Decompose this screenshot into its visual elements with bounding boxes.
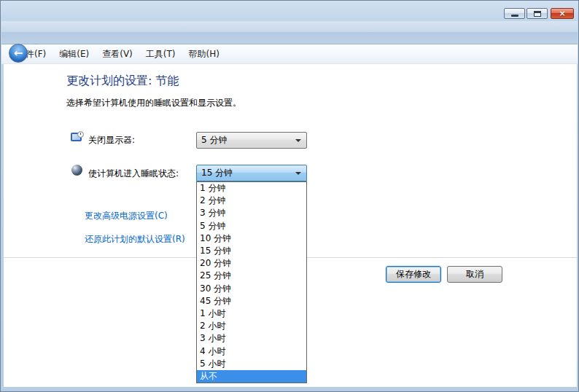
dropdown-option[interactable]: 2 分钟 [197,195,306,207]
display-timeout-value: 5 分钟 [201,134,227,146]
dropdown-option[interactable]: 1 分钟 [197,182,306,195]
dropdown-option[interactable]: 3 分钟 [197,207,306,219]
menu-help[interactable]: 帮助(H) [182,46,226,63]
maximize-button[interactable] [526,8,548,19]
dropdown-option-highlighted[interactable]: 从不 [197,370,306,383]
chevron-down-icon [295,172,301,175]
minimize-icon [511,15,518,17]
dropdown-option[interactable]: 5 小时 [197,358,306,370]
menu-edit[interactable]: 编辑(E) [53,46,96,63]
sleep-timeout-value: 15 分钟 [201,167,233,179]
restore-defaults-link[interactable]: 还原此计划的默认设置(R) [85,233,185,246]
dropdown-option[interactable]: 4 小时 [197,345,306,357]
display-timeout-combobox[interactable]: 5 分钟 [196,132,307,149]
close-button[interactable]: × [551,8,574,19]
menu-bar: 文件(F) 编辑(E) 查看(V) 工具(T) 帮助(H) [1,44,578,64]
save-changes-button[interactable]: 保存修改 [386,266,441,283]
sleep-label: 使计算机进入睡眠状态: [88,168,179,180]
dropdown-option[interactable]: 45 分钟 [197,295,306,307]
dropdown-option[interactable]: 10 分钟 [197,232,306,245]
moon-icon [71,165,82,176]
display-icon [71,131,84,143]
back-arrow-icon: ← [14,48,23,59]
navigation-bar: ← → ▼ ▸ 控制面板 ▸ 所有控制面板项 ▸ 电源选项 ▸ 编辑计划设置 [1,21,578,44]
dropdown-option[interactable]: 30 分钟 [197,283,306,295]
main-content: 更改计划的设置: 节能 选择希望计算机使用的睡眠设置和显示设置。 关闭显示器: … [4,64,577,387]
dropdown-option[interactable]: 15 分钟 [197,245,306,257]
dropdown-option[interactable]: 3 小时 [197,332,306,345]
dropdown-option[interactable]: 1 小时 [197,307,306,320]
dropdown-option[interactable]: 20 分钟 [197,257,306,270]
page-subtitle: 选择希望计算机使用的睡眠设置和显示设置。 [66,97,241,109]
back-button[interactable]: ← [9,44,28,63]
sleep-timeout-dropdown-list: 1 分钟 2 分钟 3 分钟 5 分钟 10 分钟 15 分钟 20 分钟 25… [196,181,307,383]
minimize-button[interactable] [504,8,525,19]
sleep-timeout-combobox[interactable]: 15 分钟 [196,165,307,181]
maximize-icon [534,11,541,17]
page-title: 更改计划的设置: 节能 [66,74,179,89]
cancel-button[interactable]: 取消 [447,266,502,283]
dropdown-option[interactable]: 5 分钟 [197,220,306,232]
display-label: 关闭显示器: [88,134,135,146]
menu-view[interactable]: 查看(V) [96,46,139,63]
edit-plan-settings-window: × ← → ▼ ▸ 控制面板 ▸ 所有控制面板项 ▸ 电源选项 [0,0,579,392]
dropdown-option[interactable]: 25 分钟 [197,270,306,282]
chevron-down-icon [295,139,301,142]
close-icon: × [559,9,565,17]
advanced-power-settings-link[interactable]: 更改高级电源设置(C) [85,210,168,222]
dropdown-option[interactable]: 2 小时 [197,320,306,332]
menu-tools[interactable]: 工具(T) [139,46,182,63]
